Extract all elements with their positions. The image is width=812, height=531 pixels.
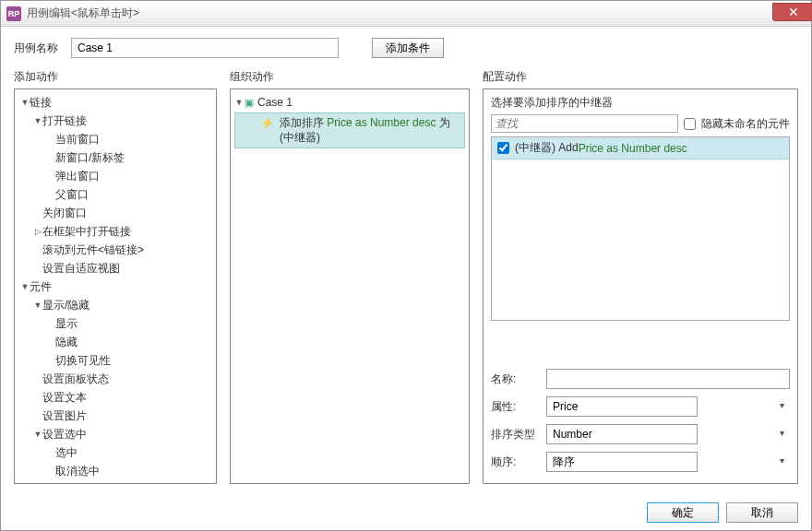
add-action-column: 添加动作 链接打开链接当前窗口新窗口/新标签弹出窗口父窗口关闭窗口在框架中打开链… <box>14 69 217 484</box>
org-case-label: Case 1 <box>257 96 293 109</box>
content-area: 用例名称 添加条件 添加动作 链接打开链接当前窗口新窗口/新标签弹出窗口父窗口关… <box>1 27 811 495</box>
tree-item[interactable]: 关闭窗口 <box>17 204 214 222</box>
attr-select[interactable] <box>546 396 698 417</box>
tree-item-label: 滚动到元件<锚链接> <box>42 242 144 258</box>
tree-item[interactable]: 当前窗口 <box>17 130 214 148</box>
tree-item-label: 设置文本 <box>42 390 87 406</box>
name-row: 名称: <box>491 365 790 393</box>
organize-panel: ▣ Case 1 ⚡ 添加排序 Price as Number desc 为 (… <box>230 88 470 484</box>
tree-item-label: 关闭窗口 <box>42 206 87 221</box>
add-action-header: 添加动作 <box>14 69 217 85</box>
sort-type-dd-wrap <box>546 424 790 444</box>
tree-item[interactable]: 设置图片 <box>17 407 214 425</box>
sort-type-row: 排序类型 <box>491 420 790 448</box>
tree-item[interactable]: 设置面板状态 <box>17 370 214 388</box>
configure-body: 选择要添加排序的中继器 隐藏未命名的元件 (中继器) Add P <box>484 89 797 358</box>
order-label: 顺序: <box>491 454 546 470</box>
tree-item[interactable]: 切换可见性 <box>17 351 214 370</box>
org-action-text: 添加排序 Price as Number desc 为 (中继器) <box>280 116 460 145</box>
select-repeater-label: 选择要添加排序的中继器 <box>491 95 790 111</box>
configure-action-header: 配置动作 <box>483 69 798 85</box>
cancel-button[interactable]: 取消 <box>726 502 798 523</box>
tree-item-label: 选中 <box>55 445 78 461</box>
tree-item[interactable]: 弹出窗口 <box>17 167 214 185</box>
org-case-row[interactable]: ▣ Case 1 <box>234 93 465 112</box>
tree-item[interactable]: 链接 <box>17 93 214 112</box>
tree-item-label: 当前窗口 <box>55 132 100 148</box>
configure-panel: 选择要添加排序的中继器 隐藏未命名的元件 (中继器) Add P <box>483 88 798 484</box>
tree-item[interactable]: 隐藏 <box>17 333 214 351</box>
name-field[interactable] <box>546 369 790 389</box>
item-expr: Price as Number desc <box>579 142 687 155</box>
org-action-expr: Price as Number desc <box>327 116 436 129</box>
action-tree-panel: 链接打开链接当前窗口新窗口/新标签弹出窗口父窗口关闭窗口在框架中打开链接滚动到元… <box>14 88 217 484</box>
organize-tree: ▣ Case 1 ⚡ 添加排序 Price as Number desc 为 (… <box>231 89 469 152</box>
org-action-row[interactable]: ⚡ 添加排序 Price as Number desc 为 (中继器) <box>234 112 465 148</box>
tree-item-label: 显示 <box>55 316 78 332</box>
order-dd-wrap <box>546 452 790 472</box>
sort-type-label: 排序类型 <box>491 427 546 442</box>
tree-item-label: 取消选中 <box>55 464 100 479</box>
name-label: 名称: <box>491 372 546 387</box>
window-title: 用例编辑<鼠标单击时> <box>27 6 772 21</box>
org-action-prefix: 添加排序 <box>280 116 327 129</box>
hide-unnamed-checkbox[interactable] <box>684 118 696 130</box>
list-item[interactable]: (中继器) Add Price as Number desc <box>492 137 789 159</box>
tree-item-label: 新窗口/新标签 <box>55 150 125 166</box>
columns: 添加动作 链接打开链接当前窗口新窗口/新标签弹出窗口父窗口关闭窗口在框架中打开链… <box>14 69 798 484</box>
close-button[interactable]: ✕ <box>772 3 812 21</box>
order-select[interactable] <box>546 452 698 472</box>
add-condition-button[interactable]: 添加条件 <box>372 38 444 58</box>
tree-item[interactable]: 元件 <box>17 277 214 296</box>
tree-item[interactable]: 打开链接 <box>17 112 214 130</box>
tree-item[interactable]: 新窗口/新标签 <box>17 148 214 167</box>
app-icon: RP <box>6 6 21 21</box>
search-input[interactable] <box>491 114 678 133</box>
ok-button[interactable]: 确定 <box>647 502 719 523</box>
chevron-down-icon <box>234 98 244 107</box>
tree-item[interactable]: 显示/隐藏 <box>17 296 214 314</box>
item-prefix: (中继器) Add <box>515 140 579 156</box>
chevron-down-icon <box>33 430 42 439</box>
case-editor-window: RP 用例编辑<鼠标单击时> ✕ 用例名称 添加条件 添加动作 链接打开链接当前… <box>0 0 812 531</box>
chevron-down-icon <box>33 301 42 310</box>
case-name-row: 用例名称 添加条件 <box>14 38 798 58</box>
attr-dd-wrap <box>546 396 790 417</box>
tree-item[interactable]: 滚动到元件<锚链接> <box>17 241 214 259</box>
tree-item-label: 显示/隐藏 <box>42 298 90 313</box>
tree-item[interactable]: 父窗口 <box>17 185 214 204</box>
tree-item-label: 打开链接 <box>42 113 87 129</box>
tree-item-label: 设置选中 <box>42 427 87 442</box>
organize-action-column: 组织动作 ▣ Case 1 ⚡ 添加排序 Price as Number des… <box>230 69 470 484</box>
tree-item-label: 链接 <box>30 95 52 111</box>
action-tree: 链接打开链接当前窗口新窗口/新标签弹出窗口父窗口关闭窗口在框架中打开链接滚动到元… <box>15 89 216 484</box>
tree-item-label: 切换可见性 <box>55 353 111 369</box>
lightning-icon: ⚡ <box>261 117 274 129</box>
case-name-input[interactable] <box>71 38 339 58</box>
tree-item[interactable]: 显示 <box>17 314 214 333</box>
tree-item-label: 弹出窗口 <box>55 169 100 184</box>
case-icon: ▣ <box>244 97 255 108</box>
search-row: 隐藏未命名的元件 <box>491 114 790 133</box>
configure-form: 名称: 属性: 排序类型 <box>484 358 797 483</box>
tree-item[interactable]: 取消选中 <box>17 462 214 480</box>
tree-item[interactable]: 在框架中打开链接 <box>17 222 214 241</box>
tree-item[interactable]: 设置文本 <box>17 388 214 407</box>
item-checkbox[interactable] <box>497 142 509 154</box>
chevron-down-icon <box>20 98 30 107</box>
chevron-down-icon <box>33 116 42 125</box>
case-name-label: 用例名称 <box>14 41 64 56</box>
order-row: 顺序: <box>491 448 790 476</box>
attr-row: 属性: <box>491 393 790 420</box>
sort-type-select[interactable] <box>546 424 698 444</box>
footer: 确定 取消 <box>1 495 811 530</box>
tree-item[interactable]: 设置选中 <box>17 425 214 443</box>
tree-item[interactable]: 设置自适应视图 <box>17 259 214 277</box>
tree-item-label: 设置面板状态 <box>42 372 109 387</box>
chevron-down-icon <box>20 282 30 291</box>
organize-action-header: 组织动作 <box>230 69 470 85</box>
tree-item[interactable]: 选中 <box>17 443 214 462</box>
chevron-right-icon <box>33 227 42 236</box>
attr-label: 属性: <box>491 399 546 415</box>
tree-item-label: 隐藏 <box>55 335 78 350</box>
